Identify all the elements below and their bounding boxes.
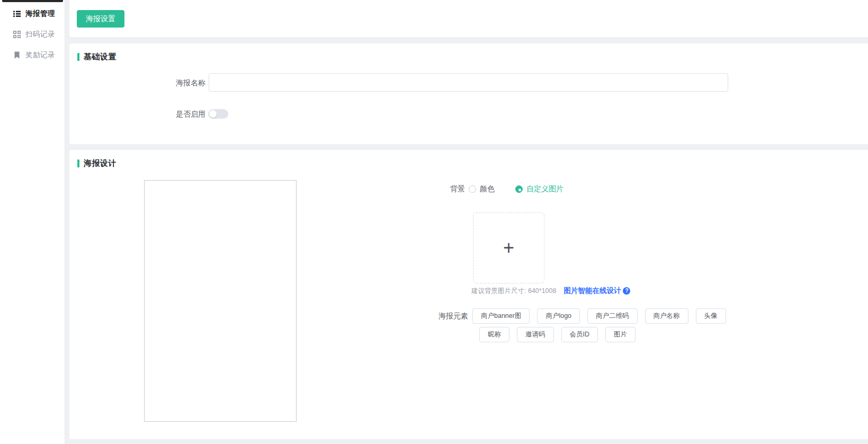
element-merchant-qrcode-button[interactable]: 商户二维码: [587, 308, 638, 324]
element-nickname-button[interactable]: 昵称: [479, 327, 509, 342]
poster-elements-row-1: 商户banner图 商户logo 商户二维码 商户名称 头像: [472, 308, 726, 324]
background-image-upload[interactable]: +: [473, 212, 544, 283]
poster-settings-button[interactable]: 海报设置: [77, 10, 124, 28]
qrcode-icon: [13, 31, 21, 38]
sidebar-item-label: 扫码记录: [25, 30, 55, 39]
radio-circle-icon: [515, 185, 523, 193]
upload-size-hint: 建议背景图片尺寸: 640*1008: [471, 287, 556, 296]
poster-design-header: 海报设计: [77, 158, 117, 168]
poster-design-card: 海报设计 背景 颜色 自定义图片 + 建议背景图片尺寸: 640*1008 图片…: [69, 150, 868, 439]
background-option-custom-image[interactable]: 自定义图片: [515, 184, 563, 194]
section-title: 基础设置: [84, 52, 117, 62]
section-accent-bar: [77, 159, 79, 167]
element-avatar-button[interactable]: 头像: [696, 308, 726, 324]
list-icon: [13, 10, 21, 17]
sidebar-item-label: 海报管理: [25, 9, 55, 19]
element-image-button[interactable]: 图片: [605, 327, 636, 342]
enabled-toggle[interactable]: [208, 109, 228, 119]
sidebar-menu: 海报管理 扫码记录 奖励记录: [0, 0, 65, 65]
sidebar: 海报管理 扫码记录 奖励记录: [0, 0, 65, 444]
sidebar-top-strip: [2, 0, 63, 2]
poster-name-label: 海报名称: [133, 78, 205, 88]
sidebar-item-reward-records[interactable]: 奖励记录: [0, 45, 65, 65]
background-option-color[interactable]: 颜色: [469, 184, 495, 194]
toolbar-card: 海报设置: [69, 0, 868, 37]
radio-circle-icon: [469, 185, 476, 193]
toggle-knob: [209, 110, 217, 118]
sidebar-item-label: 奖励记录: [25, 50, 55, 60]
element-merchant-logo-button[interactable]: 商户logo: [537, 308, 580, 324]
sidebar-item-scan-records[interactable]: 扫码记录: [0, 24, 65, 45]
element-member-id-button[interactable]: 会员ID: [561, 327, 598, 342]
element-merchant-name-button[interactable]: 商户名称: [645, 308, 688, 324]
sidebar-item-poster-management[interactable]: 海报管理: [0, 3, 65, 24]
radio-label: 颜色: [480, 184, 495, 194]
poster-name-input[interactable]: [209, 73, 728, 92]
online-design-link[interactable]: 图片智能在线设计: [563, 286, 621, 296]
radio-label: 自定义图片: [526, 184, 563, 194]
plus-icon: +: [503, 238, 514, 257]
background-label: 背景: [437, 184, 465, 194]
basic-settings-card: 基础设置 海报名称 是否启用: [69, 43, 868, 144]
poster-elements-label: 海报元素: [432, 312, 468, 321]
help-question-icon[interactable]: ?: [623, 287, 630, 295]
enabled-label: 是否启用: [133, 110, 205, 119]
basic-settings-header: 基础设置: [77, 52, 117, 62]
upload-hint-row: 建议背景图片尺寸: 640*1008 图片智能在线设计 ?: [471, 286, 630, 296]
section-accent-bar: [77, 53, 79, 61]
section-title: 海报设计: [84, 158, 117, 168]
poster-elements-row-2: 昵称 邀请码 会员ID 图片: [479, 327, 636, 342]
background-row: 背景 颜色 自定义图片: [437, 184, 563, 194]
element-merchant-banner-button[interactable]: 商户banner图: [472, 308, 530, 324]
bookmark-icon: [13, 51, 21, 59]
poster-preview-canvas[interactable]: [144, 180, 297, 422]
element-invite-code-button[interactable]: 邀请码: [517, 327, 554, 342]
